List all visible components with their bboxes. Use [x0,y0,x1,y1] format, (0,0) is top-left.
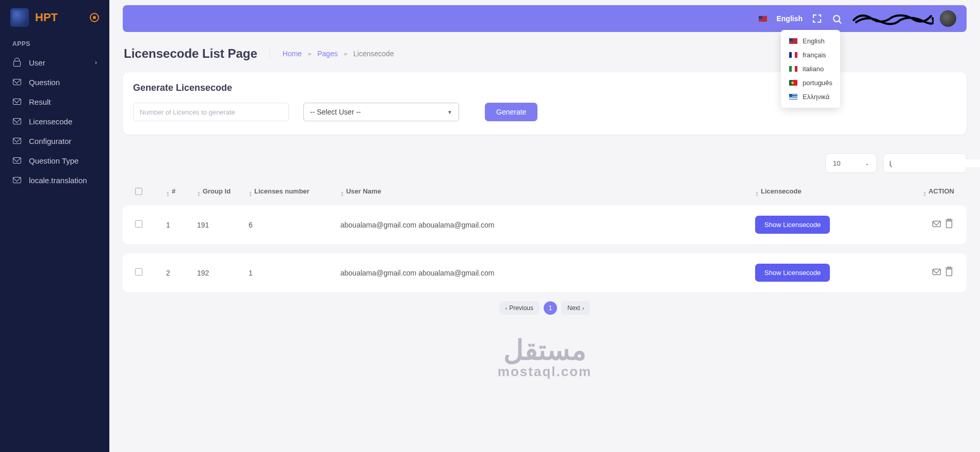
show-licensecode-button[interactable]: Show Licensecode [755,264,830,282]
pagination: ‹ Previous 1 Next › [123,301,967,315]
brand-name: HPT [35,11,90,24]
sidebar-section-title: APPS [0,37,109,53]
flag-icon [789,80,797,86]
chevron-down-icon: ▼ [447,109,452,115]
sidebar-item-label: locale.translation [29,176,87,185]
table-row: 11916aboualama@gmail.com aboualama@gmail… [123,205,967,244]
row-checkbox[interactable] [135,268,142,276]
sidebar-item-result[interactable]: Result [0,92,109,111]
language-current-label: English [776,14,803,23]
sort-icon[interactable]: ▲▼ [166,191,170,197]
mail-icon [12,117,22,126]
breadcrumb: Home » Pages » Licensecode [270,50,394,58]
mail-icon[interactable] [933,221,941,229]
table-header-row: ▲▼# ▲▼Group Id ▲▼Licenses number ▲▼User … [123,179,967,205]
chevron-right-icon: › [582,305,584,311]
select-all-checkbox[interactable] [135,188,142,195]
flag-icon [789,52,797,58]
lang-option-label: Ελληνικά [803,93,829,101]
user-select[interactable]: -- Select User -- ▼ [303,103,459,121]
sidebar-item-question[interactable]: Question [0,72,109,92]
col-user: User Name [346,187,381,195]
sidebar-item-locale-translation[interactable]: locale.translation [0,170,109,190]
table-controls: 10 ⌄ [123,153,967,173]
cell-licenses: 6 [249,221,340,229]
mail-icon [12,136,22,146]
avatar[interactable] [940,10,956,27]
sidebar-item-label: Licensecode [29,117,72,126]
cell-num: 1 [166,221,197,229]
lang-option-us[interactable]: English [781,34,840,48]
lang-option-label: français [803,51,826,59]
page-title: Licensecode List Page [124,46,257,61]
sidebar: HPT APPS User›QuestionResultLicensecodeC… [0,0,109,452]
lang-option-fr[interactable]: français [781,48,840,62]
lang-option-label: English [803,37,825,45]
license-count-input[interactable] [133,103,289,121]
main-content: English Englishfrançaisitalianoportuguês… [109,0,980,452]
table-search-input[interactable] [894,159,980,167]
lang-option-pt[interactable]: português [781,76,840,90]
delete-icon[interactable] [946,269,954,277]
cell-user: aboualama@gmail.com aboualama@gmail.com [340,269,755,277]
flag-icon [759,16,767,22]
cell-num: 2 [166,269,197,277]
mail-icon[interactable] [933,269,941,277]
sidebar-item-label: Question [29,78,60,87]
user-select-label: -- Select User -- [310,108,361,116]
generate-button[interactable]: Generate [485,103,537,121]
language-selector[interactable]: English [759,14,803,23]
sort-icon[interactable]: ▲▼ [340,191,344,197]
flag-icon [789,66,797,72]
breadcrumb-pages[interactable]: Pages [317,50,338,58]
search-icon[interactable] [831,13,842,24]
delete-icon[interactable] [946,221,954,229]
redacted-username [851,11,934,26]
sidebar-item-question-type[interactable]: Question Type [0,151,109,170]
sidebar-item-configurator[interactable]: Configurator [0,131,109,151]
breadcrumb-home[interactable]: Home [283,50,302,58]
col-group: Group Id [203,187,231,195]
next-button[interactable]: Next › [561,301,590,315]
lock-icon [12,58,22,67]
sort-icon[interactable]: ▲▼ [249,191,252,197]
chevron-down-icon: ⌄ [865,160,869,166]
sidebar-item-licensecode[interactable]: Licensecode [0,111,109,131]
lang-option-label: português [803,79,832,87]
flag-icon [789,94,797,100]
fullscreen-icon[interactable] [812,13,822,24]
lang-option-label: italiano [803,65,824,73]
sidebar-item-user[interactable]: User› [0,53,109,72]
mail-icon [12,156,22,165]
sort-icon[interactable]: ▲▼ [923,191,926,197]
sidebar-item-label: User [29,58,45,67]
page-number-1[interactable]: 1 [544,301,557,315]
breadcrumb-current: Licensecode [353,50,394,58]
col-code: Licensecode [761,187,802,195]
prev-button[interactable]: ‹ Previous [499,301,540,315]
watermark: مستقل mostaql.com [498,336,592,380]
table-search[interactable] [883,153,967,173]
page-size-select[interactable]: 10 ⌄ [825,153,877,173]
flag-icon [789,38,797,44]
search-icon [890,160,891,166]
mail-icon [12,97,22,106]
sort-icon[interactable]: ▲▼ [755,191,759,197]
breadcrumb-sep-icon: » [308,51,311,57]
row-checkbox[interactable] [135,220,142,228]
watermark-latin: mostaql.com [498,364,592,380]
chevron-left-icon: ‹ [505,305,508,311]
cell-group: 192 [197,269,249,277]
table-row: 21921aboualama@gmail.com aboualama@gmail… [123,253,967,292]
language-dropdown: EnglishfrançaisitalianoportuguêsΕλληνικά [781,30,840,108]
target-icon[interactable] [90,13,99,22]
show-licensecode-button[interactable]: Show Licensecode [755,216,830,234]
lang-option-it[interactable]: italiano [781,62,840,76]
col-action: ACTION [928,187,954,195]
next-label: Next [567,304,580,312]
brand-logo [10,8,29,27]
col-num: # [172,187,175,195]
chevron-right-icon: › [95,59,97,66]
lang-option-gr[interactable]: Ελληνικά [781,90,840,104]
sort-icon[interactable]: ▲▼ [197,191,201,197]
